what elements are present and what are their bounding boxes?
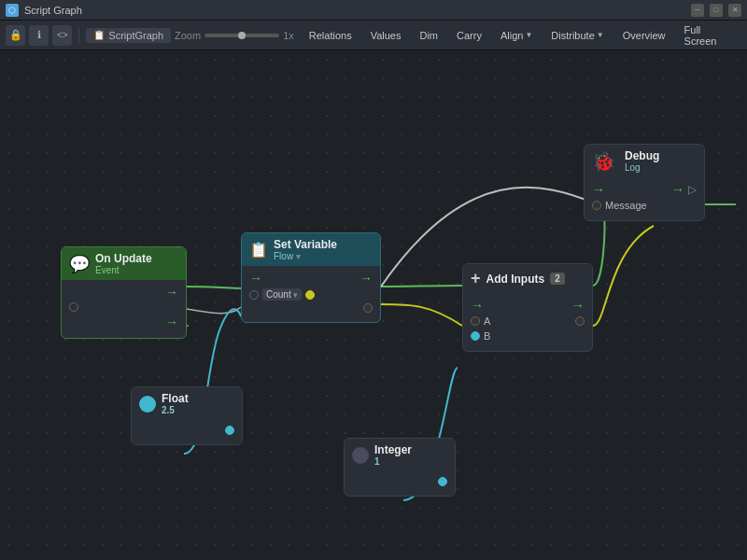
relations-label: Relations [309, 30, 352, 41]
debuglog-exec-row: → → ▷ [592, 183, 697, 196]
window-title: Script Graph [24, 5, 691, 16]
addinputs-b-row: B [471, 330, 585, 342]
distribute-arrow-icon: ▼ [597, 31, 604, 39]
debuglog-play-icon: ▷ [688, 183, 697, 196]
relations-button[interactable]: Relations [302, 28, 359, 43]
values-label: Values [371, 30, 402, 41]
align-button[interactable]: Align ▼ [493, 28, 540, 43]
integer-body [345, 471, 455, 496]
addinputs-a-row: A [471, 315, 585, 327]
debuglog-header: 🐞 Debug Log [585, 145, 704, 177]
carry-button[interactable]: Carry [449, 28, 489, 43]
overview-button[interactable]: Overview [615, 28, 673, 43]
setvariable-dropdown-icon[interactable]: ▾ [296, 252, 301, 261]
addinputs-b-port[interactable] [471, 331, 480, 341]
zoom-slider[interactable] [204, 34, 279, 37]
toolbar: 🔒 ℹ <> 📋 ScriptGraph Zoom 1x Relations V… [0, 21, 747, 50]
add-inputs-node[interactable]: + Add Inputs 2 → → A B [462, 263, 593, 352]
maximize-button[interactable]: □ [710, 4, 723, 17]
dim-button[interactable]: Dim [412, 28, 445, 43]
onupdate-body: → → [62, 280, 186, 338]
addinputs-icon: + [471, 269, 481, 288]
addinputs-out-port[interactable] [575, 316, 585, 326]
setvariable-var-name: Count [266, 289, 291, 300]
overview-label: Overview [623, 30, 666, 41]
code-button[interactable]: <> [52, 25, 72, 46]
on-update-node[interactable]: 💬 On Update Event → → [61, 246, 187, 339]
debuglog-exec-in: → [592, 183, 605, 196]
canvas[interactable]: 💬 On Update Event → → 📋 [0, 50, 747, 560]
addinputs-exec-in: → [471, 299, 484, 312]
debug-log-node[interactable]: 🐞 Debug Log → → ▷ Message [584, 144, 705, 221]
zoom-control: Zoom 1x [175, 30, 294, 41]
values-button[interactable]: Values [363, 28, 409, 43]
addinputs-body: → → A B [463, 293, 592, 351]
float-out-port[interactable] [225, 426, 234, 435]
integer-port-row [352, 477, 447, 486]
onupdate-circle-port[interactable] [69, 302, 78, 312]
setvariable-body: → → Count ▾ [242, 266, 380, 322]
integer-value: 1 [374, 456, 412, 467]
onupdate-green-out: → [165, 315, 178, 329]
setvariable-exec-out: → [359, 272, 373, 285]
float-title-group: Float 2.5 [162, 392, 189, 415]
integer-header: Integer 1 [345, 439, 455, 471]
setvariable-bottom-port[interactable] [363, 303, 373, 313]
debuglog-title: Debug [625, 149, 659, 162]
onupdate-title: On Update [95, 252, 152, 265]
onupdate-data-row [69, 302, 178, 312]
float-node[interactable]: Float 2.5 [131, 386, 243, 445]
carry-label: Carry [457, 30, 482, 41]
fullscreen-button[interactable]: Full Screen [677, 22, 741, 49]
float-icon [139, 396, 156, 413]
debuglog-message-row: Message [592, 200, 697, 211]
setvariable-var-arrow-icon: ▾ [293, 290, 298, 300]
scriptgraph-icon: ⬡ [6, 4, 19, 17]
dim-label: Dim [419, 30, 438, 41]
setvariable-subtitle: Flow [274, 251, 293, 261]
addinputs-header: + Add Inputs 2 [463, 264, 592, 293]
debuglog-title-group: Debug Log [625, 149, 659, 173]
setvariable-icon: 📋 [249, 241, 268, 259]
distribute-label: Distribute [551, 30, 594, 41]
distribute-button[interactable]: Distribute ▼ [543, 28, 611, 43]
addinputs-title-group: Add Inputs [486, 273, 545, 286]
align-label: Align [500, 30, 523, 41]
lock-button[interactable]: 🔒 [6, 25, 25, 46]
debuglog-exec-out: → [671, 183, 684, 196]
integer-node[interactable]: Integer 1 [344, 438, 456, 497]
debuglog-body: → → ▷ Message [585, 177, 704, 220]
addinputs-badge: 2 [550, 273, 565, 285]
setvariable-port-out[interactable] [305, 290, 315, 300]
fullscreen-label: Full Screen [684, 24, 734, 47]
onupdate-green-row: → [69, 315, 178, 329]
debuglog-subtitle: Log [625, 162, 659, 173]
onupdate-exec-out: → [165, 286, 178, 299]
setvariable-spacer [249, 303, 259, 313]
info-button[interactable]: ℹ [29, 25, 49, 46]
debuglog-message-port[interactable] [592, 201, 601, 210]
zoom-value: 1x [283, 30, 294, 41]
set-variable-node[interactable]: 📋 Set Variable Flow ▾ → → Count ▾ [241, 232, 381, 323]
script-name-label[interactable]: 📋 ScriptGraph [86, 28, 171, 43]
script-name-text: ScriptGraph [108, 30, 163, 41]
integer-title-group: Integer 1 [374, 443, 412, 467]
setvariable-port-in[interactable] [249, 290, 259, 300]
onupdate-subtitle: Event [95, 265, 152, 275]
script-icon: 📋 [93, 30, 105, 40]
close-button[interactable]: ✕ [728, 4, 741, 17]
debuglog-exec-out-group: → ▷ [671, 183, 697, 196]
float-value: 2.5 [162, 405, 189, 415]
title-bar-controls: ─ □ ✕ [691, 4, 741, 17]
onupdate-icon: 💬 [69, 254, 90, 274]
title-bar: ⬡ Script Graph ─ □ ✕ [0, 0, 747, 21]
addinputs-b-label: B [484, 330, 490, 342]
integer-out-port[interactable] [438, 477, 447, 486]
minimize-button[interactable]: ─ [691, 4, 704, 17]
setvariable-exec-row: → → [249, 272, 373, 285]
addinputs-title: Add Inputs [486, 273, 545, 286]
addinputs-exec-row: → → [471, 299, 585, 312]
setvariable-var-dropdown[interactable]: Count ▾ [262, 288, 302, 301]
separator-1 [78, 27, 79, 44]
addinputs-a-port[interactable] [471, 316, 480, 326]
